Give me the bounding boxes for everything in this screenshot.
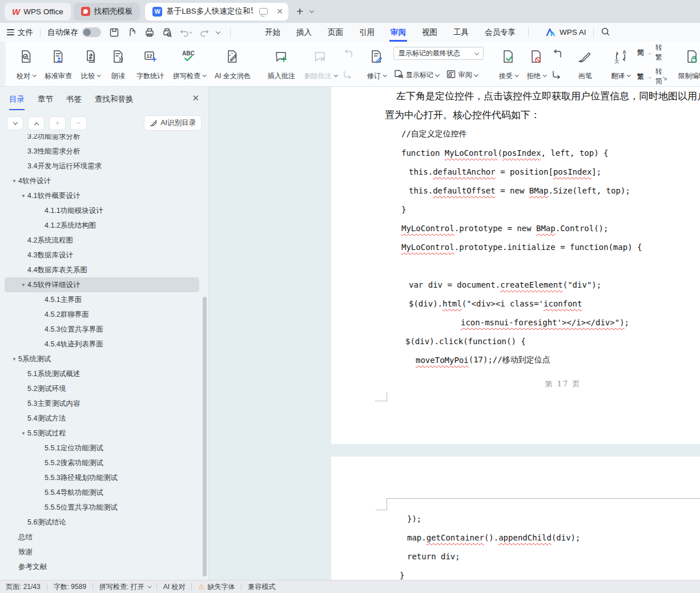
missing-font-warning[interactable]: ⚠缺失字体 (198, 582, 235, 592)
print-preview-button[interactable] (162, 27, 172, 38)
export-button[interactable] (127, 27, 137, 38)
outline-item[interactable]: 5.5.2搜索功能测试 (5, 455, 199, 470)
outline-item[interactable]: 总结 (5, 530, 199, 544)
expand-group-icon[interactable] (662, 73, 667, 83)
wps-ai-button[interactable]: WPS AI (546, 28, 586, 37)
outline-item[interactable]: 致谢 (5, 544, 199, 559)
next-change-icon[interactable] (552, 68, 562, 80)
review-pane-button[interactable]: 审阅 (446, 69, 478, 81)
menu-tab-视图[interactable]: 视图 (421, 23, 438, 42)
expand-arrow-icon[interactable]: ▼ (10, 357, 18, 362)
tab-wps-home[interactable]: W WPS Office (5, 3, 71, 21)
menu-tab-引用[interactable]: 引用 (358, 23, 376, 42)
spell-check-button[interactable]: ABC 拼写检查 (169, 46, 210, 83)
collapse-all-button[interactable]: − (70, 116, 87, 130)
sidebar-tab-章节[interactable]: 章节 (38, 94, 53, 110)
outline-item[interactable]: 5.5.3路径规划功能测试 (5, 470, 199, 485)
comment-bubble-icon[interactable] (259, 8, 268, 15)
file-menu[interactable]: 文件 (18, 27, 33, 38)
to-simplified-button[interactable]: 繁→ 转简 (637, 67, 663, 86)
outline-item[interactable]: 5.4测试方法 (5, 411, 199, 426)
menu-tab-会员专享[interactable]: 会员专享 (484, 23, 517, 42)
outline-item[interactable]: 5.3主要测试内容 (5, 396, 199, 411)
outline-item[interactable]: 5.5.1定位功能测试 (5, 441, 199, 455)
outline-item[interactable]: 5.1系统测试概述 (5, 366, 199, 381)
sidebar-tab-目录[interactable]: 目录 (9, 94, 25, 110)
menu-tab-审阅[interactable]: 审阅 (389, 23, 407, 42)
outline-item[interactable]: 4.5.4轨迹列表界面 (5, 337, 199, 352)
toolbar-options-chevron-icon[interactable] (216, 29, 220, 34)
expand-arrow-icon[interactable]: ▼ (19, 193, 27, 199)
outline-item[interactable]: 5.6测试结论 (5, 515, 199, 530)
print-button[interactable] (144, 27, 155, 38)
delete-comment-button[interactable]: 删除批注 (300, 46, 341, 83)
tab-list-chevron-icon[interactable] (309, 8, 314, 13)
menu-tab-工具[interactable]: 工具 (452, 23, 470, 42)
ai-proofread-indicator[interactable]: AI 校对 (163, 582, 186, 592)
outline-item[interactable]: 4.5.2群聊界面 (5, 307, 199, 322)
outline-item[interactable]: ▼4软件设计 (5, 174, 199, 188)
word-count-button[interactable]: 12 字数统计 (132, 46, 168, 83)
expand-arrow-icon[interactable]: ▼ (10, 179, 18, 184)
document-page-17[interactable]: 左下角是定位控件，点击该控件立即获取用户位置信息，同时地图以用户置为中心打开。核… (331, 87, 700, 444)
close-sidebar-icon[interactable]: ✕ (192, 93, 199, 103)
outline-item[interactable]: 3.3性能需求分析 (5, 144, 199, 159)
proofread-button[interactable]: 校对 (13, 46, 39, 83)
outline-item[interactable]: 4.2系统流程图 (5, 233, 199, 248)
document-canvas[interactable]: 左下角是定位控件，点击该控件立即获取用户位置信息，同时地图以用户置为中心打开。核… (209, 87, 700, 580)
translate-button[interactable]: 文A 翻译 (608, 46, 634, 83)
new-tab-button[interactable]: + (296, 5, 303, 18)
outline-item[interactable]: ▼4.5软件详细设计 (5, 277, 199, 292)
close-tab-icon[interactable]: ✕ (276, 7, 283, 16)
search-icon[interactable] (601, 27, 610, 38)
collapse-prev-button[interactable] (28, 116, 45, 130)
compare-button[interactable]: 比较 (77, 46, 104, 83)
outline-item[interactable]: 5.5.4导航功能测试 (5, 485, 199, 500)
show-markup-button[interactable]: 显示标记 (393, 69, 439, 81)
to-traditional-button[interactable]: 简→ 转繁 (637, 43, 663, 62)
outline-item[interactable]: 4.5.3位置共享界面 (5, 322, 199, 337)
page-indicator[interactable]: 页面: 21/43 (6, 582, 41, 592)
expand-arrow-icon[interactable]: ▼ (19, 431, 27, 436)
previous-change-icon[interactable] (552, 48, 562, 59)
document-page-18[interactable]: });map.getContainer().appendChild(div);r… (331, 457, 700, 580)
outline-item[interactable]: 参考文献 (5, 559, 199, 574)
menu-tab-开始[interactable]: 开始 (264, 23, 281, 42)
undo-button[interactable] (180, 28, 192, 37)
menu-tab-插入[interactable]: 插入 (295, 23, 313, 42)
accept-change-button[interactable]: 接受 (495, 46, 522, 83)
outline-item[interactable]: 3.2功能需求分析 (5, 134, 199, 144)
markup-state-dropdown[interactable]: 显示标记的最终状态 (393, 47, 484, 60)
outline-item[interactable]: 4.1.1功能模块设计 (5, 203, 199, 218)
compatibility-mode-indicator[interactable]: 兼容模式 (248, 582, 275, 592)
hamburger-menu-icon[interactable] (7, 29, 14, 35)
outline-item[interactable]: 4.1.2系统结构图 (5, 218, 199, 233)
sidebar-scrollbar[interactable] (203, 297, 207, 576)
track-changes-button[interactable]: 修订 (363, 46, 390, 83)
next-comment-icon[interactable] (343, 68, 353, 80)
ink-brush-button[interactable]: 画笔 (572, 46, 598, 83)
sidebar-tab-书签[interactable]: 书签 (66, 94, 82, 110)
expand-arrow-icon[interactable]: ▼ (19, 283, 27, 288)
redo-button[interactable] (200, 28, 209, 37)
outline-item[interactable]: 5.2测试环境 (5, 381, 199, 396)
outline-item[interactable]: 5.5.5位置共享功能测试 (5, 500, 199, 515)
autosave-toggle[interactable] (82, 27, 101, 37)
restrict-editing-button[interactable]: 限制编辑 (674, 46, 700, 83)
expand-all-button[interactable]: + (49, 116, 66, 130)
sidebar-tab-查找和替换[interactable]: 查找和替换 (95, 94, 134, 110)
outline-item[interactable]: ▼4.1软件概要设计 (5, 188, 199, 203)
outline-item[interactable]: 3.4开发与运行环境需求 (5, 159, 199, 174)
outline-item[interactable]: ▼5系统测试 (5, 352, 199, 366)
menu-tab-页面[interactable]: 页面 (327, 23, 344, 42)
reject-change-button[interactable]: 拒绝 (523, 46, 550, 83)
word-count-indicator[interactable]: 字数: 9589 (54, 582, 86, 592)
insert-comment-button[interactable]: 插入批注 (264, 46, 299, 83)
outline-item[interactable]: 4.5.1主界面 (5, 292, 199, 307)
outline-item[interactable]: 4.3数据库设计 (5, 248, 199, 263)
ai-recognize-toc-button[interactable]: AI识别目录 (144, 115, 202, 131)
standard-review-button[interactable]: 标准审查 (41, 46, 76, 83)
outline-item[interactable]: ▼5.5测试过程 (5, 426, 199, 441)
expand-next-button[interactable] (7, 116, 23, 130)
outline-item[interactable]: 4.4数据库表关系图 (5, 263, 199, 277)
